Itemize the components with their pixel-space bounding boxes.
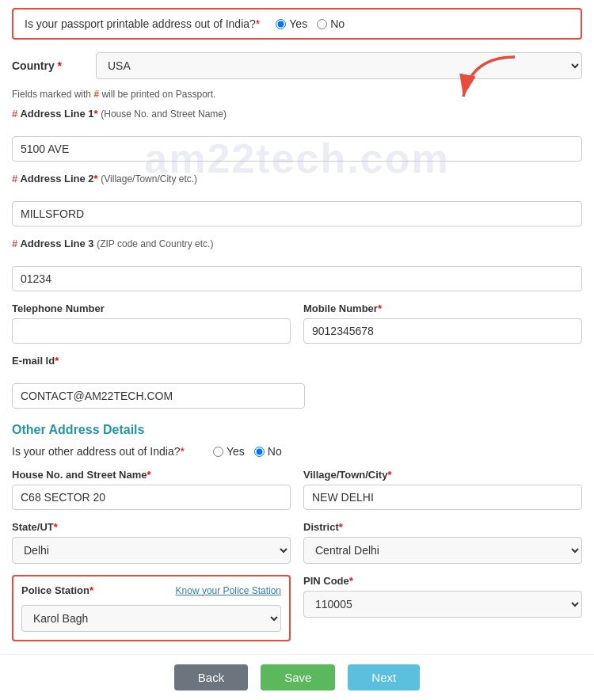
country-row: Country * USA India UK Canada <box>12 52 582 79</box>
house-input[interactable] <box>12 485 291 510</box>
passport-yes-option[interactable]: Yes <box>276 17 307 30</box>
passport-radio-group: Yes No <box>276 17 345 30</box>
address-line3-input[interactable] <box>12 266 582 291</box>
address-line2-input[interactable] <box>12 201 582 226</box>
house-village-row: House No. and Street Name* Village/Town/… <box>12 469 582 510</box>
save-button[interactable]: Save <box>261 664 335 690</box>
fields-note: Fields marked with # will be printed on … <box>12 89 582 100</box>
pin-select[interactable]: 110005 110001 <box>303 591 582 618</box>
pin-label: PIN Code* <box>303 575 582 587</box>
country-select-wrap: USA India UK Canada <box>96 52 582 79</box>
other-address-question-label: Is your other address out of India?* <box>12 445 185 458</box>
village-col: Village/Town/City* <box>303 469 582 510</box>
village-label: Village/Town/City* <box>303 469 582 481</box>
address-line3-label: # Address Line 3 (ZIP code and Country e… <box>12 238 213 249</box>
house-label: House No. and Street Name* <box>12 469 291 481</box>
district-col: District* Central Delhi South Delhi Nort… <box>303 521 582 564</box>
other-yes-option[interactable]: Yes <box>213 445 245 458</box>
country-label: Country * <box>12 59 83 72</box>
next-button[interactable]: Next <box>348 664 420 690</box>
email-input[interactable] <box>12 383 305 409</box>
passport-question-label: Is your passport printable address out o… <box>25 17 260 30</box>
email-label: E-mail Id* <box>12 355 59 367</box>
address-line1-input[interactable] <box>12 136 582 162</box>
police-station-header: Police Station* Know your Police Station <box>21 584 281 596</box>
passport-yes-label: Yes <box>289 17 307 30</box>
other-address-question-row: Is your other address out of India?* Yes… <box>12 445 582 458</box>
telephone-col: Telephone Number <box>12 302 291 344</box>
tel-mobile-row: Telephone Number Mobile Number* <box>12 302 582 344</box>
passport-no-radio[interactable] <box>317 19 327 29</box>
state-select[interactable]: Delhi Maharashtra Karnataka <box>12 537 291 564</box>
police-col: Police Station* Know your Police Station… <box>12 575 291 652</box>
address-line3-row: # Address Line 3 (ZIP code and Country e… <box>12 238 582 291</box>
passport-question-text: Is your passport printable address out o… <box>25 17 256 30</box>
district-select[interactable]: Central Delhi South Delhi North Delhi <box>303 537 582 564</box>
other-no-radio[interactable] <box>254 447 265 457</box>
country-select[interactable]: USA India UK Canada <box>96 52 582 79</box>
mobile-col: Mobile Number* <box>303 302 582 344</box>
district-label: District* <box>303 521 582 533</box>
address-line2-row: # Address Line 2* (Village/Town/City etc… <box>12 173 582 226</box>
mobile-label: Mobile Number* <box>303 302 582 314</box>
telephone-input[interactable] <box>12 318 291 344</box>
mobile-input[interactable] <box>303 318 582 344</box>
address-line2-label: # Address Line 2* (Village/Town/City etc… <box>12 173 197 185</box>
bottom-nav: Back Save Next <box>0 654 594 700</box>
passport-no-option[interactable]: No <box>317 17 345 30</box>
other-yes-label: Yes <box>227 445 245 458</box>
other-address-radio-group: Yes No <box>213 445 282 458</box>
other-no-option[interactable]: No <box>254 445 282 458</box>
police-pin-row: Police Station* Know your Police Station… <box>12 575 582 652</box>
passport-required-star: * <box>256 17 260 30</box>
other-address-heading: Other Address Details <box>12 423 582 437</box>
state-label: State/UT* <box>12 521 291 533</box>
other-no-label: No <box>268 445 282 458</box>
back-button[interactable]: Back <box>174 664 248 690</box>
police-station-select[interactable]: Karol Bagh Connaught Place <box>21 605 281 632</box>
house-col: House No. and Street Name* <box>12 469 291 510</box>
police-station-label: Police Station* <box>21 584 93 596</box>
state-col: State/UT* Delhi Maharashtra Karnataka <box>12 521 291 564</box>
telephone-label: Telephone Number <box>12 302 291 314</box>
address-line1-label: # Address Line 1* (House No. and Street … <box>12 108 227 120</box>
passport-yes-radio[interactable] <box>276 19 286 29</box>
know-police-link[interactable]: Know your Police Station <box>176 585 281 596</box>
passport-question-box: Is your passport printable address out o… <box>12 8 582 40</box>
police-station-box: Police Station* Know your Police Station… <box>12 575 291 641</box>
email-row: E-mail Id* <box>12 355 305 409</box>
state-district-row: State/UT* Delhi Maharashtra Karnataka Di… <box>12 521 582 564</box>
pin-col: PIN Code* 110005 110001 <box>303 575 582 618</box>
village-input[interactable] <box>303 485 582 510</box>
address-line1-row: # Address Line 1* (House No. and Street … <box>12 108 582 162</box>
passport-no-label: No <box>330 17 345 30</box>
other-yes-radio[interactable] <box>213 447 223 457</box>
